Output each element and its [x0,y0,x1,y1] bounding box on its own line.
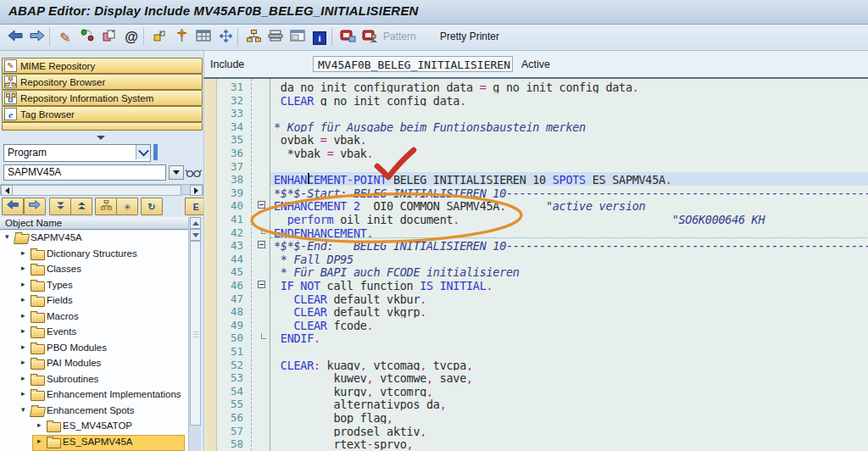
display-glasses-icon[interactable] [185,166,202,181]
tree-display-hierarchy-button[interactable] [95,198,117,215]
code-line-42[interactable]: 42ENDENHANCEMENT. [204,226,868,239]
combo-dropdown-icon[interactable] [136,145,150,159]
collapsed-arrow-icon[interactable]: ▸ [21,280,25,288]
tree-vertical-scrollbar[interactable] [188,217,201,451]
object-name-input[interactable]: SAPMV45A [3,164,166,181]
expanded-arrow-icon[interactable]: ▾ [5,232,9,241]
fold-collapse-icon[interactable] [258,241,265,248]
tree-item-events[interactable]: ▸Events [0,325,188,340]
activate-button[interactable] [171,27,192,47]
code-line-37[interactable]: 37 [204,159,868,173]
collapsed-arrow-icon[interactable]: ▸ [21,295,25,303]
code-line-41[interactable]: 41 perform oil_init_document. "SO6K00064… [204,212,868,226]
code-line-39[interactable]: 39*$*$-Start: BELEG_INITIALISIEREN_10---… [204,186,868,199]
navigation-button[interactable] [215,27,236,47]
code-line-44[interactable]: 44 * Fall DP95 [204,252,868,265]
code-line-52[interactable]: 52 CLEAR: kuagv, vtcomag, tvcpa, [204,358,868,371]
tree-collapse-all-button[interactable] [49,198,71,215]
code-line-49[interactable]: 49 CLEAR fcode. [204,318,868,331]
code-line-45[interactable]: 45 * Für BAPI auch FCODE initialisieren [204,264,868,278]
navigation-window-button[interactable] [265,27,286,47]
tree-item-types[interactable]: ▸Types [0,278,188,293]
collapsed-arrow-icon[interactable]: ▸ [21,358,25,366]
tree-item-classes[interactable]: ▸Classes [0,262,188,277]
scroll-down-icon[interactable] [190,229,201,241]
collapse-divider-icon[interactable] [97,136,105,140]
back-button[interactable] [5,27,25,47]
code-line-46[interactable]: 46 IF NOT call_function IS INITIAL. [204,278,868,292]
tree-item-enhancement-spots[interactable]: ▾Enhancement Spots [0,404,188,419]
code-line-56[interactable]: 56 bop_flag, [204,410,868,424]
tree-forward-button[interactable] [24,198,46,215]
object-directory-button[interactable] [149,27,170,47]
sidebar-button-repository-information-system[interactable]: Repository Information System [2,90,203,106]
collapsed-arrow-icon[interactable]: ▸ [37,420,42,429]
pretty-printer-button[interactable]: Pretty Printer [440,31,499,42]
include-name-field[interactable]: MV45AF0B_BELEG_INITIALISIEREN [313,56,513,72]
scroll-up-icon[interactable] [190,217,201,229]
code-line-43[interactable]: 43*$*$-End: BELEG_INITIALISIEREN_10-----… [204,238,868,252]
collapsed-arrow-icon[interactable]: ▸ [21,389,25,398]
code-line-33[interactable]: 33 [204,106,868,120]
info-button[interactable]: i [309,27,330,47]
panel-horizontal-scrollbar[interactable] [0,184,203,195]
tree-item-enhancement-implementations[interactable]: ▸Enhancement Implementations [0,387,188,403]
display-change-button[interactable]: ✎ [55,27,75,47]
code-line-35[interactable]: 35 ovbak = vbak. [204,132,868,146]
tree-item-fields[interactable]: ▸Fields [0,293,188,309]
code-line-57[interactable]: 57 prodsel_aktiv, [204,424,868,437]
history-dropdown-button[interactable] [169,165,184,180]
tree-item-sapmv45a[interactable]: ▾SAPMV45A [0,231,188,246]
collapsed-arrow-icon[interactable]: ▸ [37,437,42,445]
code-line-55[interactable]: 55 alternativpos_da, [204,397,868,410]
tree-item-pai-modules[interactable]: ▸PAI Modules [0,356,188,371]
tree-enhancement-button[interactable]: E [185,198,203,215]
refresh-button[interactable] [77,27,97,47]
sidebar-button-repository-browser[interactable]: Repository Browser [2,74,203,90]
code-line-36[interactable]: 36 *vbak = vbak. [204,146,868,159]
tree-item-subroutines[interactable]: ▸Subroutines [0,372,188,387]
tree-filter-button[interactable]: ✳ [116,198,138,215]
where-used-list-button[interactable]: @ [121,27,142,47]
expanded-arrow-icon[interactable]: ▾ [21,405,25,414]
scroll-right-icon[interactable] [190,185,203,196]
collapsed-arrow-icon[interactable]: ▸ [21,311,25,320]
code-line-51[interactable]: 51 [204,344,868,358]
code-line-53[interactable]: 53 kuwev, vtcomwe, save, [204,370,868,384]
object-type-select[interactable]: Program [3,144,151,162]
code-line-40[interactable]: 40ENHANCEMENT 2 OI0_COMMON_SAPMV45A. "ac… [204,198,868,212]
tree-refresh-button[interactable]: ↻ [141,198,163,215]
fold-collapse-icon[interactable] [258,201,265,209]
collapsed-arrow-icon[interactable]: ▸ [21,264,25,272]
code-line-31[interactable]: 31 da_no_init_configuration_data = g_no_… [204,80,868,93]
tree-item-es_mv45atop[interactable]: ▸ES_MV45ATOP [0,419,188,434]
code-line-47[interactable]: 47 CLEAR default_vkbur. [204,292,868,305]
tree-expand-all-button[interactable] [70,198,92,215]
code-editor[interactable]: 31 da_no_init_configuration_data = g_no_… [203,79,868,451]
copy-button[interactable] [99,27,120,47]
fold-collapse-icon[interactable] [258,281,265,288]
forward-button[interactable] [27,27,47,47]
code-line-48[interactable]: 48 CLEAR default_vkgrp. [204,304,868,318]
tree-back-button[interactable] [2,198,24,215]
collapsed-arrow-icon[interactable]: ▸ [21,326,25,335]
collapsed-arrow-icon[interactable]: ▸ [21,374,25,382]
tree-item-es_sapmv45a[interactable]: ▸ES_SAPMV45A [0,435,188,450]
display-object-list-button[interactable] [337,27,358,47]
tree-item-pbo-modules[interactable]: ▸PBO Modules [0,341,188,356]
code-line-32[interactable]: 32 CLEAR g_no_init_config_data. [204,93,868,107]
tree-item-macros[interactable]: ▸Macros [0,309,188,325]
code-line-38[interactable]: 38ENHANCEMENT-POINT BELEG_INITIALISIEREN… [204,172,868,186]
collapsed-arrow-icon[interactable]: ▸ [21,342,25,351]
code-line-50[interactable]: 50 ENDIF. [204,331,868,344]
tree-item-dictionary-structures[interactable]: ▸Dictionary Structures [0,247,188,262]
scrollbar-thumb[interactable] [12,185,181,196]
scrollbar-thumb[interactable] [190,241,201,426]
object-list-button[interactable] [243,27,264,47]
sidebar-button-mime-repository[interactable]: ✎ MIME Repository [2,58,203,74]
code-line-34[interactable]: 34* Kopf für Ausgabe beim Funtionsbauste… [204,120,868,133]
code-line-54[interactable]: 54 kurgv, vtcomrg, [204,384,868,398]
sidebar-button-partial[interactable] [2,122,203,131]
collapsed-arrow-icon[interactable]: ▸ [21,248,25,257]
sidebar-button-tag-browser[interactable]: e Tag Browser [2,106,203,122]
